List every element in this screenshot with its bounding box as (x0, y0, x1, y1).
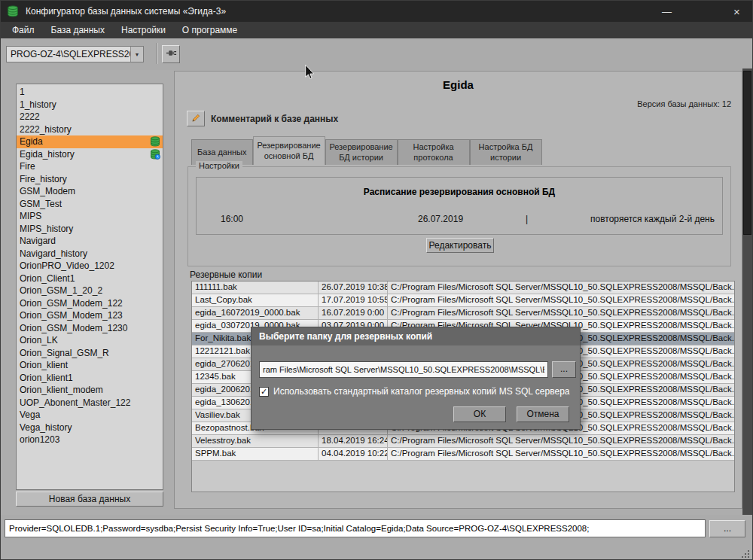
database-label: Egida_history (20, 149, 75, 160)
database-list-item[interactable]: Egida_history (17, 148, 163, 161)
database-label: Orion_klient1 (20, 373, 73, 383)
database-list-item[interactable]: Orion_GSM_1_20_2 (17, 285, 163, 297)
cancel-button[interactable]: Отмена (517, 406, 569, 422)
database-list-item[interactable]: Navigard (17, 235, 163, 248)
database-list-item[interactable]: MIPS_history (17, 223, 163, 236)
backup-file-cell: Velesstroy.bak (192, 435, 319, 448)
server-combobox[interactable]: PROG-OZ-4\SQLEXPRESS2008 ▼ (6, 46, 144, 62)
close-button[interactable]: × (720, 1, 753, 22)
schedule-title: Расписание резервирования основной БД (197, 187, 722, 197)
database-list-item[interactable]: 1 (17, 86, 163, 99)
connection-browse-button[interactable]: ... (709, 520, 745, 537)
database-list-item[interactable]: OrionPRO_Video_1202 (17, 260, 163, 272)
connection-string-input[interactable] (5, 519, 706, 537)
minimize-button[interactable]: — (650, 1, 684, 22)
backup-file-cell: 111111.bak (192, 282, 319, 294)
menu-item[interactable]: Файл (4, 22, 43, 38)
backup-date-cell: 04.04.2019 10:22 (319, 448, 388, 461)
database-list-item[interactable]: Orion_GSM_Modem_1230 (17, 322, 163, 335)
database-list-item[interactable]: GSM_Modem (17, 185, 163, 198)
database-list-item[interactable]: UOP_Abonent_Master_122 (17, 397, 163, 409)
main-panel: Egida Версия базы данных: 12 Комментарий… (174, 71, 742, 509)
database-list-item[interactable]: GSM_Test (17, 198, 163, 211)
backup-date-cell: 17.07.2019 10:55 (319, 294, 388, 307)
menu-item[interactable]: О программе (174, 22, 245, 38)
database-list-item[interactable]: Orion_LK (17, 334, 163, 347)
dialog-browse-button[interactable]: ... (552, 361, 576, 378)
ok-button[interactable]: ОК (453, 406, 506, 422)
table-row[interactable]: 111111.bak26.07.2019 10:38C:/Program Fil… (192, 282, 734, 294)
database-title: Egida (175, 78, 742, 91)
menu-item[interactable]: База данных (43, 22, 113, 38)
database-list-item[interactable]: 2222_history (17, 123, 163, 136)
table-row[interactable]: egida_16072019_0000.bak16.07.2019 0:00C:… (192, 307, 734, 320)
database-list-item[interactable]: Orion_Signal_GSM_R (17, 347, 163, 360)
database-list-item[interactable]: Orion_klient_modem (17, 384, 163, 397)
database-label: Orion_Client1 (20, 273, 75, 284)
backup-date-cell: 16.07.2019 0:00 (319, 307, 388, 320)
database-label: Orion_klient (20, 360, 68, 370)
database-list-item[interactable]: Orion_klient (17, 359, 163, 372)
toolbar: PROG-OZ-4\SQLEXPRESS2008 ▼ (1, 38, 752, 70)
database-list-item[interactable]: 1_history (17, 99, 163, 111)
database-label: Orion_GSM_Modem_123 (20, 310, 123, 321)
database-list-item[interactable]: 2222 (17, 111, 163, 123)
database-list-item[interactable]: Orion_Client1 (17, 272, 163, 285)
database-label: 2222 (20, 111, 40, 122)
backup-date-cell: 26.07.2019 10:38 (319, 282, 388, 294)
edit-comment-button[interactable] (187, 111, 205, 126)
database-version-label: Версия базы данных: 12 (637, 99, 731, 108)
connect-button[interactable] (162, 45, 180, 63)
backup-path-cell: C:/Program Files/Microsoft SQL Server/MS… (388, 435, 734, 448)
tab[interactable]: Настройка протокола (398, 139, 470, 165)
new-database-button[interactable]: Новая база данных (16, 492, 163, 507)
backups-label: Резервные копии (190, 269, 262, 280)
vertical-scrollbar[interactable] (742, 68, 752, 555)
database-label: Orion_Signal_GSM_R (20, 348, 109, 358)
backup-path-input[interactable] (259, 361, 548, 378)
mouse-cursor (303, 64, 317, 81)
database-label: MIPS_history (20, 224, 73, 234)
database-list-item[interactable]: Vega_history (17, 422, 163, 434)
database-list-item[interactable]: Fire_history (17, 173, 163, 186)
menu-item[interactable]: Настройки (113, 22, 174, 38)
default-catalog-checkrow[interactable]: ✓ Использовать стандартный каталог резер… (259, 386, 569, 397)
checkbox-checked-icon[interactable]: ✓ (259, 387, 269, 397)
backup-file-cell: egida_16072019_0000.bak (192, 307, 319, 320)
table-row[interactable]: SPPM.bak04.04.2019 10:22C:/Program Files… (192, 448, 734, 461)
scrollbar-thumb[interactable] (743, 71, 751, 235)
database-label: Orion_GSM_Modem_122 (20, 298, 123, 309)
settings-group: Настройки Расписание резервирования осно… (187, 166, 731, 266)
tab[interactable]: Настройка БД истории (470, 139, 542, 165)
resize-grip[interactable] (741, 549, 750, 558)
database-list-item[interactable]: Orion_GSM_Modem_122 (17, 297, 163, 310)
edit-schedule-button[interactable]: Редактировать (426, 238, 494, 253)
schedule-time: 16:00 (221, 214, 243, 224)
database-list-item[interactable]: Fire (17, 160, 163, 173)
database-list-item[interactable]: orion1203 (17, 434, 163, 446)
database-label: Vega_history (20, 422, 72, 433)
database-list[interactable]: 11_history22222222_historyEgidaEgida_his… (16, 84, 163, 490)
database-list-item[interactable]: Orion_klient1 (17, 372, 163, 385)
backup-path-cell: C:/Program Files/Microsoft SQL Server/MS… (388, 282, 734, 294)
database-list-item[interactable]: Navigard_history (17, 248, 163, 260)
schedule-repeat: повторяется каждый 2-й день (590, 214, 715, 224)
plug-icon (166, 47, 177, 61)
database-list-item[interactable]: Egida (17, 135, 163, 148)
tab[interactable]: Резервирование БД истории (325, 139, 398, 165)
database-list-item[interactable]: Orion_GSM_Modem_123 (17, 309, 163, 322)
chevron-down-icon[interactable]: ▼ (130, 47, 143, 62)
backup-path-cell: C:/Program Files/Microsoft SQL Server/MS… (388, 294, 734, 307)
tab-strip: База данныхРезервирование основной БДРез… (191, 136, 542, 165)
backup-file-cell: SPPM.bak (192, 448, 319, 461)
database-label: 1_history (20, 99, 56, 110)
table-row[interactable]: Last_Copy.bak17.07.2019 10:55C:/Program … (192, 294, 734, 307)
comment-label: Комментарий к базе данных (211, 114, 338, 124)
pencil-icon (191, 113, 201, 125)
app-window: Конфигуратор базы данных системы «Эгида-… (0, 0, 753, 560)
table-row[interactable]: Velesstroy.bak18.04.2019 16:24C:/Program… (192, 435, 734, 448)
database-list-item[interactable]: MIPS (17, 210, 163, 223)
database-list-item[interactable]: Vega (17, 409, 163, 422)
tab[interactable]: Резервирование основной БД (253, 136, 325, 165)
dialog-title: Выберите папку для резервных копий (252, 327, 580, 345)
